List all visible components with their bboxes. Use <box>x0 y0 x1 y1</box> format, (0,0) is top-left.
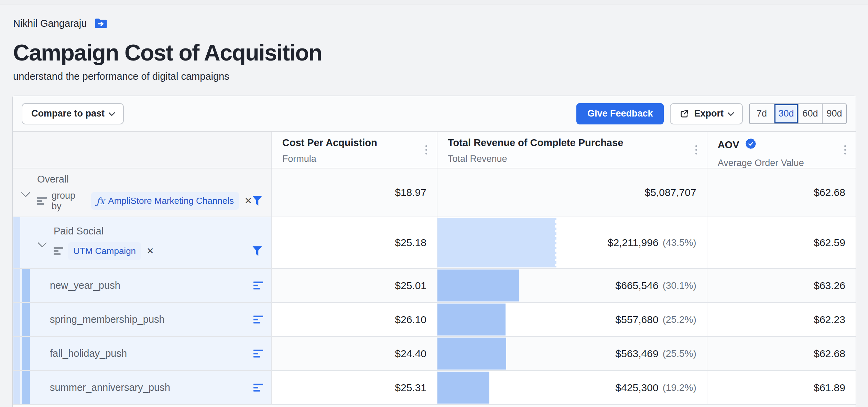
column-subtitle: Formula <box>282 154 437 164</box>
cpa-value: $24.40 <box>395 348 426 360</box>
page-subtitle: understand the performance of digital ca… <box>13 71 868 82</box>
column-header-1: Cost Per AcquistionFormula <box>272 132 437 168</box>
indent-stripe <box>22 303 30 336</box>
breadcrumb: Nikhil Gangaraju <box>13 15 868 31</box>
export-label: Export <box>694 108 724 119</box>
aov-cell: $62.59 <box>707 217 856 268</box>
group-by-chip[interactable]: ƒxAmpliStore Marketing Channels <box>91 192 239 210</box>
filter-funnel-icon[interactable] <box>252 196 262 207</box>
table-row: summer_anniversary_push$25.31$425,300(19… <box>13 371 856 405</box>
revenue-percent: (19.2%) <box>663 382 696 393</box>
aov-cell: $61.89 <box>707 371 856 404</box>
date-range-7d[interactable]: 7d <box>750 104 774 123</box>
group-by-label: group by <box>52 190 86 212</box>
revenue-value: $665,546 <box>616 280 659 292</box>
aov-cell: $62.68 <box>707 337 856 370</box>
row-label-cell: Paid SocialUTM Campaign✕ <box>13 217 272 268</box>
aov-value: $62.23 <box>814 314 845 326</box>
column-subtitle: Total Revenue <box>448 154 707 164</box>
aov-cell: $62.23 <box>707 303 856 336</box>
indent-stripe <box>22 371 30 404</box>
cpa-cell: $18.97 <box>272 168 437 217</box>
revenue-percent: (25.2%) <box>663 314 696 325</box>
aov-value: $61.89 <box>814 382 845 394</box>
table-row: fall_holiday_push$24.40$563,469(25.5%)$6… <box>13 337 856 371</box>
revenue-cell: $5,087,707 <box>437 168 707 217</box>
cpa-cell: $25.18 <box>272 217 437 268</box>
group-by-chip[interactable]: UTM Campaign <box>68 242 141 260</box>
row-label-cell: new_year_push <box>13 269 272 302</box>
move-to-folder-icon[interactable] <box>94 18 108 29</box>
column-menu-kebab-icon[interactable] <box>423 143 429 156</box>
top-divider <box>0 0 868 4</box>
revenue-bar <box>437 218 555 267</box>
compare-to-past-button[interactable]: Compare to past <box>22 103 124 124</box>
group-by-chip-label: UTM Campaign <box>73 246 136 256</box>
close-icon[interactable]: ✕ <box>245 196 252 206</box>
give-feedback-button[interactable]: Give Feedback <box>576 103 664 124</box>
revenue-bar <box>437 270 519 301</box>
expand-chevron-icon[interactable] <box>37 238 47 248</box>
revenue-percent: (30.1%) <box>663 280 696 291</box>
column-subtitle: Average Order Value <box>718 158 856 168</box>
cpa-value: $18.97 <box>395 187 426 198</box>
indent-stripe <box>13 337 20 370</box>
report-card: Compare to past Give Feedback Export 7d3… <box>12 96 856 407</box>
revenue-cell: $665,546(30.1%) <box>437 269 707 302</box>
breakdown-bars-icon[interactable] <box>253 384 263 392</box>
cpa-cell: $25.01 <box>272 269 437 302</box>
revenue-bar <box>437 372 489 404</box>
header-label-cell <box>13 132 272 168</box>
column-menu-kebab-icon[interactable] <box>842 143 848 156</box>
table-row: spring_membership_push$26.10$557,680(25.… <box>13 303 856 337</box>
revenue-value: $563,469 <box>616 348 659 360</box>
table-header-row: Cost Per AcquistionFormulaTotal Revenue … <box>13 132 856 168</box>
export-icon <box>680 109 689 119</box>
aov-cell: $63.26 <box>707 269 856 302</box>
row-meta: UTM Campaign✕ <box>54 242 271 260</box>
aov-value: $63.26 <box>814 280 845 292</box>
expand-chevron-icon[interactable] <box>21 188 30 197</box>
toolbar-right-group: Give Feedback Export 7d30d60d90d <box>576 103 847 124</box>
column-title: Cost Per Acquistion <box>282 137 437 148</box>
cpa-cell: $24.40 <box>272 337 437 370</box>
column-title-text: AOV <box>718 139 739 151</box>
verified-badge-icon <box>744 137 757 153</box>
page-title: Campaign Cost of Acquisition <box>13 40 868 65</box>
row-label: fall_holiday_push <box>50 348 127 359</box>
export-button[interactable]: Export <box>670 103 743 124</box>
indent-stripe <box>22 337 30 370</box>
aov-value: $62.59 <box>814 237 845 249</box>
breakdown-bars-icon[interactable] <box>253 282 263 289</box>
revenue-cell: $2,211,996(43.5%) <box>437 217 707 268</box>
breakdown-bars-icon[interactable] <box>253 350 263 358</box>
breakdown-bars-icon[interactable] <box>253 316 263 323</box>
cpa-value: $25.31 <box>395 382 426 394</box>
compare-to-past-label: Compare to past <box>31 108 105 119</box>
date-range-90d[interactable]: 90d <box>822 104 846 123</box>
cpa-cell: $26.10 <box>272 303 437 336</box>
page-header: Nikhil Gangaraju Campaign Cost of Acquis… <box>13 15 868 82</box>
filter-funnel-icon[interactable] <box>252 246 262 257</box>
row-label: spring_membership_push <box>50 314 165 325</box>
aov-value: $62.68 <box>814 348 845 360</box>
table-row: new_year_push$25.01$665,546(30.1%)$63.26 <box>13 269 856 303</box>
revenue-percent: (25.5%) <box>663 348 696 359</box>
column-title-text: Cost Per Acquistion <box>282 137 377 148</box>
column-title: Total Revenue of Complete Purchase <box>448 137 707 148</box>
revenue-percent: (43.5%) <box>663 237 696 248</box>
cpa-value: $25.18 <box>395 237 426 249</box>
revenue-value: $557,680 <box>616 314 659 326</box>
column-menu-kebab-icon[interactable] <box>693 143 699 156</box>
date-range-control: 7d30d60d90d <box>749 103 847 124</box>
date-range-60d[interactable]: 60d <box>798 104 822 123</box>
cpa-cell: $25.31 <box>272 371 437 404</box>
toolbar: Compare to past Give Feedback Export 7d3… <box>13 96 856 132</box>
breadcrumb-owner[interactable]: Nikhil Gangaraju <box>13 18 87 29</box>
column-header-3: AOVAverage Order Value <box>707 132 856 168</box>
table-row: Paid SocialUTM Campaign✕$25.18$2,211,996… <box>13 217 856 269</box>
close-icon[interactable]: ✕ <box>147 246 154 256</box>
indent-stripe <box>13 371 20 404</box>
indent-stripe <box>13 303 20 336</box>
date-range-30d[interactable]: 30d <box>774 104 798 123</box>
